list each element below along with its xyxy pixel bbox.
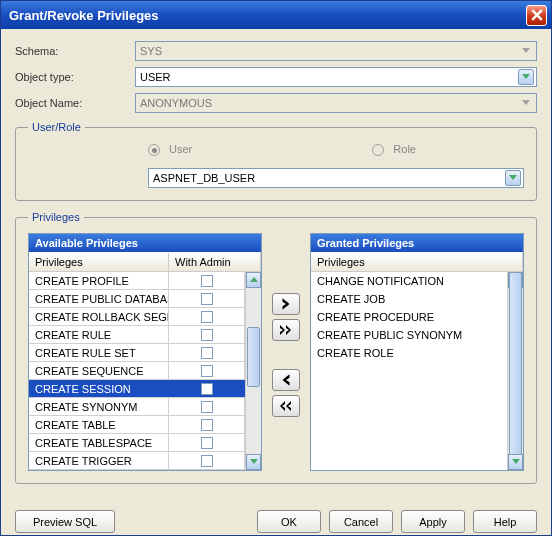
privilege-name: CREATE RULE bbox=[29, 326, 169, 343]
with-admin-cell[interactable] bbox=[169, 308, 245, 325]
user-role-legend: User/Role bbox=[28, 121, 85, 133]
role-radio bbox=[372, 144, 384, 156]
privilege-name: CREATE PUBLIC DATABASE bbox=[29, 290, 169, 307]
with-admin-checkbox[interactable] bbox=[201, 437, 213, 449]
chevron-right-icon bbox=[279, 298, 293, 310]
privilege-name: CREATE TABLE bbox=[29, 416, 169, 433]
privilege-name: CREATE SESSION bbox=[29, 380, 169, 397]
granted-header: Granted Privileges bbox=[311, 234, 523, 252]
chevron-down-icon bbox=[505, 170, 521, 186]
with-admin-cell[interactable] bbox=[169, 344, 245, 361]
privilege-name: CREATE SYNONYM bbox=[29, 398, 169, 415]
user-radio bbox=[148, 144, 160, 156]
user-radio-option: User bbox=[148, 143, 192, 156]
privilege-name: CREATE PUBLIC SYNONYM bbox=[311, 326, 507, 344]
chevron-left-icon bbox=[279, 374, 293, 386]
schema-value: SYS bbox=[140, 45, 518, 57]
chevron-down-icon bbox=[518, 95, 534, 111]
granted-row[interactable]: CHANGE NOTIFICATION bbox=[311, 272, 507, 290]
with-admin-cell[interactable] bbox=[169, 416, 245, 433]
available-header: Available Privileges bbox=[29, 234, 261, 252]
chevron-down-icon bbox=[518, 69, 534, 85]
privilege-name: CHANGE NOTIFICATION bbox=[311, 272, 507, 290]
granted-scrollbar[interactable] bbox=[507, 272, 523, 470]
with-admin-cell[interactable] bbox=[169, 326, 245, 343]
scroll-up-icon[interactable] bbox=[246, 272, 261, 288]
chevron-down-icon bbox=[518, 43, 534, 59]
preview-sql-button[interactable]: Preview SQL bbox=[15, 510, 115, 533]
with-admin-checkbox[interactable] bbox=[201, 347, 213, 359]
with-admin-checkbox[interactable] bbox=[201, 311, 213, 323]
available-privileges-list[interactable]: Available Privileges Privileges With Adm… bbox=[28, 233, 262, 471]
available-row[interactable]: CREATE RULE SET bbox=[29, 344, 245, 362]
with-admin-cell[interactable] bbox=[169, 452, 245, 469]
with-admin-cell[interactable] bbox=[169, 290, 245, 307]
role-radio-option: Role bbox=[372, 143, 416, 156]
with-admin-cell[interactable] bbox=[169, 362, 245, 379]
with-admin-checkbox[interactable] bbox=[201, 419, 213, 431]
privilege-name: CREATE ROLE bbox=[311, 344, 507, 362]
with-admin-checkbox[interactable] bbox=[201, 383, 213, 395]
object-name-combo: ANONYMOUS bbox=[135, 93, 537, 113]
with-admin-cell[interactable] bbox=[169, 398, 245, 415]
ok-button[interactable]: OK bbox=[257, 510, 321, 533]
add-button[interactable] bbox=[272, 293, 300, 315]
remove-all-button[interactable] bbox=[272, 395, 300, 417]
available-row[interactable]: CREATE SESSION bbox=[29, 380, 245, 398]
scroll-down-icon[interactable] bbox=[246, 454, 261, 470]
available-row[interactable]: CREATE RULE bbox=[29, 326, 245, 344]
user-role-value: ASPNET_DB_USER bbox=[153, 172, 505, 184]
with-admin-cell[interactable] bbox=[169, 272, 245, 289]
with-admin-checkbox[interactable] bbox=[201, 365, 213, 377]
col-privileges[interactable]: Privileges bbox=[29, 253, 169, 271]
schema-combo: SYS bbox=[135, 41, 537, 61]
with-admin-cell[interactable] bbox=[169, 380, 245, 397]
object-type-combo[interactable]: USER bbox=[135, 67, 537, 87]
privileges-legend: Privileges bbox=[28, 211, 84, 223]
user-role-fieldset: User/Role User Role ASPNET_DB_USER bbox=[15, 121, 537, 201]
available-row[interactable]: CREATE TRIGGER bbox=[29, 452, 245, 470]
available-row[interactable]: CREATE ROLLBACK SEGMEN bbox=[29, 308, 245, 326]
object-name-value: ANONYMOUS bbox=[140, 97, 518, 109]
window-title: Grant/Revoke Privileges bbox=[9, 8, 526, 23]
granted-row[interactable]: CREATE PUBLIC SYNONYM bbox=[311, 326, 507, 344]
help-button[interactable]: Help bbox=[473, 510, 537, 533]
with-admin-checkbox[interactable] bbox=[201, 455, 213, 467]
privilege-name: CREATE RULE SET bbox=[29, 344, 169, 361]
scroll-down-icon[interactable] bbox=[508, 454, 523, 470]
granted-row[interactable]: CREATE ROLE bbox=[311, 344, 507, 362]
with-admin-checkbox[interactable] bbox=[201, 401, 213, 413]
available-row[interactable]: CREATE SEQUENCE bbox=[29, 362, 245, 380]
user-role-combo[interactable]: ASPNET_DB_USER bbox=[148, 168, 524, 188]
object-name-label: Object Name: bbox=[15, 97, 135, 109]
available-scrollbar[interactable] bbox=[245, 272, 261, 470]
object-type-value: USER bbox=[140, 71, 518, 83]
scroll-thumb[interactable] bbox=[247, 327, 260, 387]
scroll-thumb[interactable] bbox=[509, 272, 522, 470]
remove-button[interactable] bbox=[272, 369, 300, 391]
available-row[interactable]: CREATE PROFILE bbox=[29, 272, 245, 290]
granted-privileges-list[interactable]: Granted Privileges Privileges CHANGE NOT… bbox=[310, 233, 524, 471]
available-row[interactable]: CREATE PUBLIC DATABASE bbox=[29, 290, 245, 308]
title-bar: Grant/Revoke Privileges bbox=[1, 1, 551, 29]
granted-row[interactable]: CREATE PROCEDURE bbox=[311, 308, 507, 326]
privilege-name: CREATE PROFILE bbox=[29, 272, 169, 289]
close-button[interactable] bbox=[526, 5, 547, 26]
add-all-button[interactable] bbox=[272, 319, 300, 341]
col-withadmin[interactable]: With Admin bbox=[169, 253, 261, 271]
cancel-button[interactable]: Cancel bbox=[329, 510, 393, 533]
with-admin-cell[interactable] bbox=[169, 434, 245, 451]
with-admin-checkbox[interactable] bbox=[201, 275, 213, 287]
with-admin-checkbox[interactable] bbox=[201, 293, 213, 305]
granted-row[interactable]: CREATE JOB bbox=[311, 290, 507, 308]
available-row[interactable]: CREATE TABLESPACE bbox=[29, 434, 245, 452]
privilege-name: CREATE TRIGGER bbox=[29, 452, 169, 469]
object-type-label: Object type: bbox=[15, 71, 135, 83]
col-privileges-granted[interactable]: Privileges bbox=[311, 253, 523, 271]
available-row[interactable]: CREATE SYNONYM bbox=[29, 398, 245, 416]
privilege-name: CREATE SEQUENCE bbox=[29, 362, 169, 379]
with-admin-checkbox[interactable] bbox=[201, 329, 213, 341]
apply-button[interactable]: Apply bbox=[401, 510, 465, 533]
available-row[interactable]: CREATE TABLE bbox=[29, 416, 245, 434]
double-chevron-left-icon bbox=[279, 400, 293, 412]
